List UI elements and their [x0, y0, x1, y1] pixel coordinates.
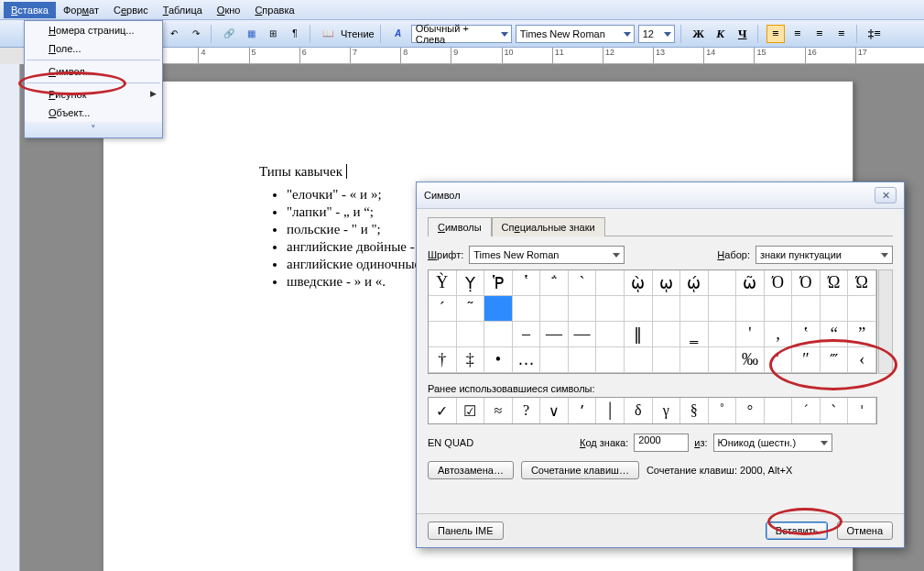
- menu-expand-icon[interactable]: ˅: [25, 122, 162, 137]
- line-spacing-button[interactable]: ‡≡: [865, 25, 884, 43]
- symbol-cell[interactable]: Ỳ: [429, 270, 457, 296]
- font-combo[interactable]: Times New Roman: [516, 25, 635, 43]
- font-color-icon[interactable]: A: [389, 25, 408, 43]
- style-combo[interactable]: Обычный + Слева: [411, 25, 512, 43]
- symbol-cell[interactable]: [596, 347, 625, 373]
- menu-insert[interactable]: Вставка: [4, 2, 56, 18]
- symbol-cell[interactable]: ΅: [540, 270, 569, 296]
- symbol-cell[interactable]: ‛: [792, 322, 821, 347]
- recent-cell[interactable]: [765, 398, 793, 423]
- recent-cell[interactable]: ✓: [429, 398, 457, 423]
- undo-icon[interactable]: ↶: [165, 25, 183, 43]
- recent-cell[interactable]: ≈: [484, 398, 513, 423]
- symbol-cell[interactable]: [540, 347, 569, 373]
- recent-cell[interactable]: ?: [513, 398, 541, 423]
- shortcut-button[interactable]: Сочетание клавиш…: [521, 461, 639, 479]
- cancel-button[interactable]: Отмена: [837, 522, 893, 540]
- symbol-cell[interactable]: [765, 296, 793, 322]
- menu-item[interactable]: Символ...: [25, 62, 162, 81]
- symbol-cell[interactable]: ″: [792, 347, 821, 373]
- close-icon[interactable]: ✕: [875, 187, 897, 203]
- dialog-set-combo[interactable]: знаки пунктуации: [756, 246, 893, 264]
- symbol-cell[interactable]: ‴: [821, 347, 849, 373]
- menu-service[interactable]: Сервис: [106, 2, 156, 18]
- symbol-cell[interactable]: [484, 296, 513, 322]
- redo-icon[interactable]: ↷: [187, 25, 205, 43]
- bold-button[interactable]: Ж: [690, 25, 708, 43]
- symbol-cell[interactable]: [680, 296, 709, 322]
- menu-item[interactable]: Рисунок: [25, 85, 162, 104]
- align-justify-button[interactable]: ≡: [832, 25, 851, 43]
- symbol-cell[interactable]: Ώ: [821, 270, 849, 296]
- recent-cell[interactable]: ˈ: [848, 398, 876, 423]
- ime-button[interactable]: Панель IME: [428, 522, 504, 540]
- symbol-cell[interactable]: …: [513, 347, 541, 373]
- symbol-cell[interactable]: Ῥ: [484, 270, 513, 296]
- symbol-cell[interactable]: •: [484, 347, 513, 373]
- symbol-cell[interactable]: ῳ: [653, 270, 681, 296]
- menu-table[interactable]: Таблица: [156, 2, 210, 18]
- symbol-cell[interactable]: –: [513, 322, 541, 347]
- symbol-cell[interactable]: Ό: [765, 270, 793, 296]
- symbol-cell[interactable]: `: [569, 270, 597, 296]
- symbol-cell[interactable]: [680, 347, 709, 373]
- align-left-button[interactable]: ≡: [766, 25, 785, 43]
- recent-cell[interactable]: §: [680, 398, 709, 423]
- underline-button[interactable]: Ч: [734, 25, 752, 43]
- symbol-cell[interactable]: [457, 322, 485, 347]
- symbol-cell[interactable]: ”: [848, 322, 876, 347]
- table-icon[interactable]: ▦: [242, 25, 260, 43]
- recent-cell[interactable]: ˋ: [821, 398, 849, 423]
- symbol-cell[interactable]: [709, 296, 737, 322]
- from-combo[interactable]: Юникод (шестн.): [713, 434, 832, 452]
- symbol-cell[interactable]: [596, 296, 625, 322]
- recent-cell[interactable]: °: [736, 398, 765, 423]
- symbol-cell[interactable]: [596, 270, 625, 296]
- menu-item[interactable]: Объект...: [25, 104, 162, 122]
- symbol-cell[interactable]: ‰: [736, 347, 765, 373]
- symbol-cell[interactable]: ‖: [625, 322, 653, 347]
- symbol-cell[interactable]: [848, 296, 876, 322]
- symbol-cell[interactable]: †: [429, 347, 457, 373]
- recent-cell[interactable]: ˚: [709, 398, 737, 423]
- symbol-cell[interactable]: [792, 296, 821, 322]
- symbol-cell[interactable]: ῀: [457, 296, 485, 322]
- dialog-font-combo[interactable]: Times New Roman: [469, 246, 625, 264]
- pilcrow-icon[interactable]: ¶: [286, 25, 304, 43]
- symbol-cell[interactable]: Ώ: [848, 270, 876, 296]
- symbol-cell[interactable]: [625, 296, 653, 322]
- symbol-cell[interactable]: [513, 296, 541, 322]
- symbol-cell[interactable]: [429, 322, 457, 347]
- symbol-cell[interactable]: [653, 347, 681, 373]
- recent-cell[interactable]: γ: [653, 398, 681, 423]
- menu-help[interactable]: Справка: [247, 2, 301, 18]
- symbol-cell[interactable]: [736, 296, 765, 322]
- dialog-titlebar[interactable]: Символ ✕: [417, 182, 904, 209]
- recent-cell[interactable]: ʼ: [569, 398, 597, 423]
- symbol-cell[interactable]: ‚: [765, 322, 793, 347]
- symbol-cell[interactable]: ‗: [680, 322, 709, 347]
- symbol-cell[interactable]: [596, 322, 625, 347]
- symbol-cell[interactable]: ‡: [457, 347, 485, 373]
- symbol-cell[interactable]: [569, 347, 597, 373]
- book-icon[interactable]: 📖: [319, 25, 337, 43]
- symbol-cell[interactable]: [540, 296, 569, 322]
- insert-button[interactable]: Вставить: [766, 522, 829, 540]
- symbol-cell[interactable]: ῾: [513, 270, 541, 296]
- recent-cell[interactable]: ∨: [540, 398, 569, 423]
- recent-symbols[interactable]: ✓☑≈?∨ʼ│δγ§˚°´ˋˈ: [428, 397, 877, 424]
- symbol-cell[interactable]: Ỵ: [457, 270, 485, 296]
- code-input[interactable]: 2000: [634, 434, 689, 452]
- symbol-cell[interactable]: [625, 347, 653, 373]
- symbol-cell[interactable]: —: [540, 322, 569, 347]
- symbol-cell[interactable]: ῴ: [680, 270, 709, 296]
- tab-symbols[interactable]: Символы: [428, 217, 492, 236]
- size-combo[interactable]: 12: [638, 25, 675, 43]
- symbol-cell[interactable]: [653, 296, 681, 322]
- recent-cell[interactable]: ☑: [457, 398, 485, 423]
- symbol-cell[interactable]: [569, 296, 597, 322]
- link-icon[interactable]: 🔗: [220, 25, 238, 43]
- recent-cell[interactable]: │: [596, 398, 625, 423]
- italic-button[interactable]: К: [712, 25, 730, 43]
- symbol-cell[interactable]: ´: [429, 296, 457, 322]
